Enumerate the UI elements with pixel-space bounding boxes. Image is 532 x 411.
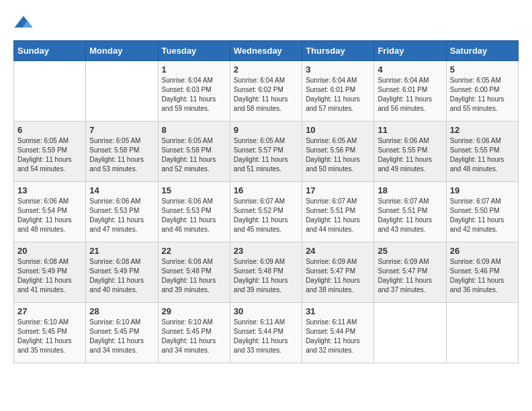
day-number: 3 [306,64,370,75]
days-header-row: SundayMondayTuesdayWednesdayThursdayFrid… [14,41,519,61]
day-cell [374,303,446,363]
day-cell: 8Sunrise: 6:05 AM Sunset: 5:58 PM Daylig… [158,122,230,182]
day-cell: 27Sunrise: 6:10 AM Sunset: 5:45 PM Dayli… [14,303,86,363]
week-row-4: 27Sunrise: 6:10 AM Sunset: 5:45 PM Dayli… [14,303,519,363]
week-row-0: 1Sunrise: 6:04 AM Sunset: 6:03 PM Daylig… [14,61,519,122]
week-row-3: 20Sunrise: 6:08 AM Sunset: 5:49 PM Dayli… [14,242,519,303]
day-number: 18 [378,185,442,195]
day-number: 11 [378,125,442,135]
day-info: Sunrise: 6:07 AM Sunset: 5:51 PM Dayligh… [306,197,370,234]
day-info: Sunrise: 6:11 AM Sunset: 5:44 PM Dayligh… [306,318,370,355]
day-number: 1 [162,64,226,75]
day-number: 14 [89,185,154,195]
day-info: Sunrise: 6:05 AM Sunset: 6:00 PM Dayligh… [450,76,515,113]
day-cell: 28Sunrise: 6:10 AM Sunset: 5:45 PM Dayli… [86,303,158,363]
day-cell: 13Sunrise: 6:06 AM Sunset: 5:54 PM Dayli… [14,182,86,242]
day-info: Sunrise: 6:09 AM Sunset: 5:47 PM Dayligh… [378,257,442,295]
day-cell: 5Sunrise: 6:05 AM Sunset: 6:00 PM Daylig… [446,61,518,122]
day-number: 10 [306,125,370,135]
day-info: Sunrise: 6:05 AM Sunset: 5:58 PM Dayligh… [162,136,226,174]
day-info: Sunrise: 6:04 AM Sunset: 6:03 PM Dayligh… [162,76,226,113]
day-number: 12 [450,125,515,135]
day-info: Sunrise: 6:05 AM Sunset: 5:57 PM Dayligh… [234,136,298,174]
day-number: 19 [450,185,515,195]
day-number: 25 [378,246,442,256]
day-number: 29 [162,306,226,316]
day-number: 17 [306,185,370,195]
page-header [13,13,519,34]
day-info: Sunrise: 6:06 AM Sunset: 5:53 PM Dayligh… [162,197,226,234]
day-cell: 19Sunrise: 6:07 AM Sunset: 5:50 PM Dayli… [446,182,518,242]
day-info: Sunrise: 6:09 AM Sunset: 5:48 PM Dayligh… [234,257,298,295]
day-number: 4 [378,64,442,75]
logo [13,13,36,34]
day-cell: 4Sunrise: 6:04 AM Sunset: 6:01 PM Daylig… [374,61,446,122]
day-cell: 21Sunrise: 6:08 AM Sunset: 5:49 PM Dayli… [86,242,158,303]
day-info: Sunrise: 6:05 AM Sunset: 5:58 PM Dayligh… [89,136,154,174]
day-cell: 9Sunrise: 6:05 AM Sunset: 5:57 PM Daylig… [230,122,302,182]
day-cell [446,303,518,363]
day-info: Sunrise: 6:05 AM Sunset: 5:56 PM Dayligh… [306,136,370,174]
day-number: 21 [89,246,154,256]
day-cell: 22Sunrise: 6:08 AM Sunset: 5:48 PM Dayli… [158,242,230,303]
day-cell: 29Sunrise: 6:10 AM Sunset: 5:45 PM Dayli… [158,303,230,363]
day-number: 26 [450,246,515,256]
day-number: 8 [162,125,226,135]
day-info: Sunrise: 6:08 AM Sunset: 5:49 PM Dayligh… [89,257,154,295]
day-number: 16 [234,185,298,195]
day-cell: 25Sunrise: 6:09 AM Sunset: 5:47 PM Dayli… [374,242,446,303]
logo-icon [13,13,34,34]
day-info: Sunrise: 6:08 AM Sunset: 5:49 PM Dayligh… [17,257,82,295]
day-cell: 3Sunrise: 6:04 AM Sunset: 6:01 PM Daylig… [302,61,374,122]
day-cell: 11Sunrise: 6:06 AM Sunset: 5:55 PM Dayli… [374,122,446,182]
day-cell: 6Sunrise: 6:05 AM Sunset: 5:59 PM Daylig… [14,122,86,182]
day-info: Sunrise: 6:07 AM Sunset: 5:52 PM Dayligh… [234,197,298,234]
day-number: 24 [306,246,370,256]
header-wednesday: Wednesday [230,41,302,61]
header-sunday: Sunday [14,41,86,61]
header-thursday: Thursday [302,41,374,61]
header-monday: Monday [86,41,158,61]
day-number: 20 [17,246,82,256]
day-number: 28 [89,306,154,316]
day-cell: 14Sunrise: 6:06 AM Sunset: 5:53 PM Dayli… [86,182,158,242]
header-friday: Friday [374,41,446,61]
day-info: Sunrise: 6:08 AM Sunset: 5:48 PM Dayligh… [162,257,226,295]
day-number: 22 [162,246,226,256]
day-cell: 17Sunrise: 6:07 AM Sunset: 5:51 PM Dayli… [302,182,374,242]
day-cell: 12Sunrise: 6:06 AM Sunset: 5:55 PM Dayli… [446,122,518,182]
day-cell: 18Sunrise: 6:07 AM Sunset: 5:51 PM Dayli… [374,182,446,242]
day-number: 13 [17,185,82,195]
day-cell: 30Sunrise: 6:11 AM Sunset: 5:44 PM Dayli… [230,303,302,363]
week-row-2: 13Sunrise: 6:06 AM Sunset: 5:54 PM Dayli… [14,182,519,242]
calendar-table: SundayMondayTuesdayWednesdayThursdayFrid… [13,40,519,363]
day-info: Sunrise: 6:04 AM Sunset: 6:01 PM Dayligh… [378,76,442,113]
day-info: Sunrise: 6:10 AM Sunset: 5:45 PM Dayligh… [17,318,82,355]
day-info: Sunrise: 6:06 AM Sunset: 5:55 PM Dayligh… [450,136,515,174]
day-info: Sunrise: 6:06 AM Sunset: 5:55 PM Dayligh… [378,136,442,174]
day-cell: 24Sunrise: 6:09 AM Sunset: 5:47 PM Dayli… [302,242,374,303]
day-info: Sunrise: 6:04 AM Sunset: 6:01 PM Dayligh… [306,76,370,113]
day-info: Sunrise: 6:09 AM Sunset: 5:46 PM Dayligh… [450,257,515,295]
day-number: 23 [234,246,298,256]
day-number: 5 [450,64,515,75]
day-info: Sunrise: 6:06 AM Sunset: 5:53 PM Dayligh… [89,197,154,234]
day-cell [86,61,158,122]
day-info: Sunrise: 6:10 AM Sunset: 5:45 PM Dayligh… [162,318,226,355]
day-info: Sunrise: 6:07 AM Sunset: 5:50 PM Dayligh… [450,197,515,234]
day-info: Sunrise: 6:06 AM Sunset: 5:54 PM Dayligh… [17,197,82,234]
day-cell: 1Sunrise: 6:04 AM Sunset: 6:03 PM Daylig… [158,61,230,122]
day-number: 6 [17,125,82,135]
day-info: Sunrise: 6:05 AM Sunset: 5:59 PM Dayligh… [17,136,82,174]
day-number: 31 [306,306,370,316]
day-number: 2 [234,64,298,75]
day-cell: 16Sunrise: 6:07 AM Sunset: 5:52 PM Dayli… [230,182,302,242]
day-number: 9 [234,125,298,135]
day-number: 7 [89,125,154,135]
day-cell: 23Sunrise: 6:09 AM Sunset: 5:48 PM Dayli… [230,242,302,303]
day-cell: 7Sunrise: 6:05 AM Sunset: 5:58 PM Daylig… [86,122,158,182]
day-cell: 10Sunrise: 6:05 AM Sunset: 5:56 PM Dayli… [302,122,374,182]
day-info: Sunrise: 6:10 AM Sunset: 5:45 PM Dayligh… [89,318,154,355]
day-number: 27 [17,306,82,316]
header-tuesday: Tuesday [158,41,230,61]
